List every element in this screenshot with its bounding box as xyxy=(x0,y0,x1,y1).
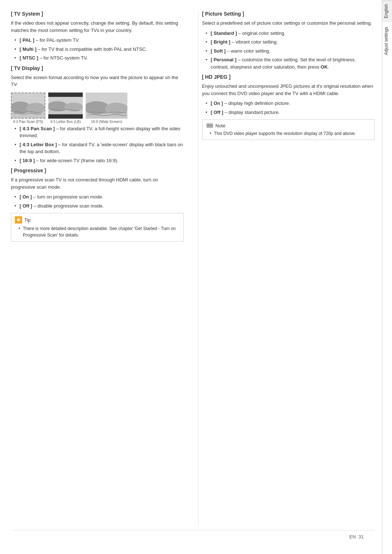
bullet-169-key: [ 16:9 ] xyxy=(20,158,35,163)
scene-169-svg xyxy=(86,93,127,119)
bullet-multi: [ Multi ] – for TV that is compatible wi… xyxy=(15,46,184,53)
progressive-section: [ Progressive ] If a progressive scan TV… xyxy=(11,168,184,209)
footer-label: EN xyxy=(349,534,356,539)
tip-icon: ✳ xyxy=(15,216,22,223)
bullet-multi-key: [ Multi ] xyxy=(20,46,36,52)
note-text: This DVD video player supports the resol… xyxy=(210,130,371,137)
bullet-ntsc-key: [ NTSC ] xyxy=(20,55,38,61)
tv-system-bullets: [ PAL ] – for PAL-system TV. [ Multi ] –… xyxy=(11,37,184,62)
bullet-on-hd-key: [ On ] xyxy=(211,100,223,106)
bullet-off-hd-key: [ Off ] xyxy=(211,110,224,115)
hd-jpeg-section: [ HD JPEG ] Enjoy untouched and uncompre… xyxy=(202,74,375,116)
footer-page-number: 31 xyxy=(359,534,364,539)
bullet-personal-key: [ Personal ] xyxy=(211,57,237,62)
ok-bold: OK xyxy=(320,64,328,70)
hd-jpeg-body: Enjoy untouched and uncompressed JPEG pi… xyxy=(202,83,375,97)
note-header: Note xyxy=(206,123,371,128)
tv-img-43lb-label: 4:3 Letter Box (LB) xyxy=(50,120,81,124)
picture-setting-body: Select a predefined set of picture color… xyxy=(202,20,375,27)
bullet-prog-on: [ On ] – turn on progressive scan mode. xyxy=(15,193,184,201)
note-lines-icon xyxy=(207,124,213,127)
bullet-pal-key: [ PAL ] xyxy=(20,37,34,43)
note-line-3 xyxy=(207,127,213,127)
bullet-43pan-key: [ 4:3 Pan Scan ] xyxy=(20,126,55,131)
side-tab-english: English xyxy=(382,0,392,22)
tv-system-section: [ TV System ] If the video does not appe… xyxy=(11,11,184,62)
progressive-title: [ Progressive ] xyxy=(11,168,184,173)
tv-img-43lb: 4:3 Letter Box (LB) xyxy=(48,93,83,124)
tv-display-body: Select the screen format according to ho… xyxy=(11,74,184,88)
tv-system-title: [ TV System ] xyxy=(11,11,184,17)
tv-img-43pan-label: 4:3 Pan Scan (PS) xyxy=(13,120,43,124)
note-line-1 xyxy=(207,124,213,124)
tv-img-169: 16:9 (Wide Screen) xyxy=(86,93,127,124)
note-box: Note This DVD video player supports the … xyxy=(202,119,375,140)
left-column: [ TV System ] If the video does not appe… xyxy=(11,11,187,526)
progressive-body: If a progressive scan TV is not connecte… xyxy=(11,176,184,190)
note-line-2 xyxy=(207,125,213,126)
svg-rect-5 xyxy=(48,93,83,97)
svg-rect-6 xyxy=(48,114,83,119)
bullet-43lb: [ 4:3 Letter Box ] – for standard TV, a … xyxy=(15,141,184,155)
side-tab-adjust: Adjust settings xyxy=(382,23,392,59)
bullet-169: [ 16:9 ] – for wide-screen TV (frame rat… xyxy=(15,157,184,164)
tv-screen-169 xyxy=(86,93,127,119)
bullet-43pan: [ 4:3 Pan Scan ] – for standard TV, a fu… xyxy=(15,125,184,139)
tv-system-body: If the video does not appear correctly, … xyxy=(11,20,184,34)
tip-content: There is more detailed description avail… xyxy=(15,225,180,238)
picture-setting-section: [ Picture Setting ] Select a predefined … xyxy=(202,11,375,70)
bullet-off-hd: [ Off ] – display standard picture. xyxy=(206,109,375,116)
bullet-soft: [ Soft ] – warm color setting. xyxy=(206,48,375,55)
tip-box: ✳ Tip There is more detailed description… xyxy=(11,213,184,242)
bullet-pal: [ PAL ] – for PAL-system TV. xyxy=(15,37,184,44)
tv-display-bullets: [ 4:3 Pan Scan ] – for standard TV, a fu… xyxy=(11,125,184,164)
tv-img-43pan: 4:3 Pan Scan (PS) xyxy=(11,93,45,124)
tv-img-169-label: 16:9 (Wide Screen) xyxy=(91,120,122,124)
note-label: Note xyxy=(216,123,225,128)
tip-label: Tip xyxy=(24,217,31,223)
side-tab: English Adjust settings xyxy=(382,0,392,554)
bullet-standard: [ Standard ] – original color setting. xyxy=(206,30,375,37)
tv-screen-43pan xyxy=(11,93,45,119)
bullet-prog-off-key: [ Off ] xyxy=(20,203,32,209)
note-icon xyxy=(206,123,213,128)
bullet-prog-off: [ Off ] – disable progressive scan mode. xyxy=(15,202,184,210)
tv-display-section: [ TV Display ] Select the screen format … xyxy=(11,65,184,164)
bullet-prog-on-key: [ On ] xyxy=(20,194,32,200)
bullet-ntsc: [ NTSC ] – for NTSC-system TV. xyxy=(15,54,184,62)
bullet-bright-key: [ Bright ] xyxy=(211,39,230,45)
scene-43lb-svg xyxy=(48,93,83,119)
picture-setting-bullets: [ Standard ] – original color setting. [… xyxy=(202,30,375,71)
scene-43pan-svg xyxy=(12,93,45,118)
tip-header: ✳ Tip xyxy=(15,216,180,223)
hd-jpeg-bullets: [ On ] – display high definition picture… xyxy=(202,100,375,116)
right-column: [ Picture Setting ] Select a predefined … xyxy=(198,11,375,526)
tv-display-images: 4:3 Pan Scan (PS) xyxy=(11,93,184,124)
bullet-standard-key: [ Standard ] xyxy=(211,30,237,36)
bullet-soft-key: [ Soft ] xyxy=(211,48,226,54)
bullet-personal: [ Personal ] – customize the color setti… xyxy=(206,56,375,70)
picture-setting-title: [ Picture Setting ] xyxy=(202,11,375,17)
bullet-on-hd: [ On ] – display high definition picture… xyxy=(206,100,375,107)
hd-jpeg-title: [ HD JPEG ] xyxy=(202,74,375,80)
page-footer: EN 31 xyxy=(11,530,375,543)
tv-screen-43lb xyxy=(48,93,83,119)
tip-text: There is more detailed description avail… xyxy=(19,225,180,238)
progressive-bullets: [ On ] – turn on progressive scan mode. … xyxy=(11,193,184,209)
tv-display-title: [ TV Display ] xyxy=(11,65,184,71)
bullet-bright: [ Bright ] – vibrant color setting. xyxy=(206,38,375,46)
note-content: This DVD video player supports the resol… xyxy=(206,130,371,137)
bullet-43lb-key: [ 4:3 Letter Box ] xyxy=(20,142,57,147)
